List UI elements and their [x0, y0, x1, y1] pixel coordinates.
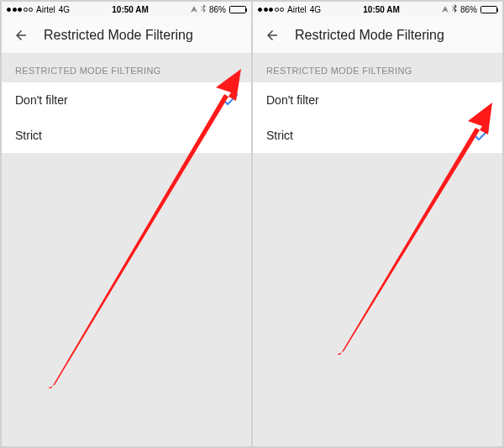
- status-bar-right: 86%: [191, 4, 246, 14]
- option-dont-filter[interactable]: Don't filter: [2, 82, 251, 118]
- bluetooth-icon: [452, 4, 457, 14]
- section-label: RESTRICTED MODE FILTERING: [2, 54, 251, 82]
- carrier-label: Airtel: [287, 5, 307, 14]
- battery-percent-label: 86%: [460, 5, 477, 14]
- status-bar-right: 86%: [442, 4, 497, 14]
- page-title: Restricted Mode Filtering: [295, 28, 444, 43]
- options-list: Don't filter Strict: [2, 82, 251, 153]
- battery-icon: [229, 6, 246, 13]
- phone-screen-left: Airtel 4G 10:50 AM 86% Restricted Mode F…: [2, 2, 251, 446]
- checkmark-icon: [223, 94, 238, 106]
- content-area: RESTRICTED MODE FILTERING Don't filter S…: [253, 54, 502, 446]
- clock-label: 10:50 AM: [363, 5, 400, 14]
- battery-percent-label: 86%: [209, 5, 226, 14]
- back-arrow-icon[interactable]: [13, 28, 29, 43]
- option-dont-filter[interactable]: Don't filter: [253, 82, 502, 118]
- battery-icon: [480, 6, 497, 13]
- status-bar: Airtel 4G 10:50 AM 86%: [253, 2, 502, 17]
- option-label: Don't filter: [15, 93, 68, 107]
- signal-strength-icon: [258, 8, 284, 12]
- location-icon: [442, 5, 449, 14]
- status-bar: Airtel 4G 10:50 AM 86%: [2, 2, 251, 17]
- page-title: Restricted Mode Filtering: [44, 28, 193, 43]
- option-label: Don't filter: [266, 93, 319, 107]
- option-label: Strict: [15, 129, 42, 142]
- back-arrow-icon[interactable]: [265, 28, 280, 43]
- section-label: RESTRICTED MODE FILTERING: [253, 54, 502, 82]
- page-header: Restricted Mode Filtering: [2, 17, 251, 54]
- network-label: 4G: [59, 5, 70, 14]
- signal-strength-icon: [7, 8, 33, 12]
- network-label: 4G: [310, 5, 321, 14]
- clock-label: 10:50 AM: [112, 5, 149, 14]
- status-bar-left: Airtel 4G: [7, 5, 70, 14]
- checkmark-icon: [474, 129, 489, 141]
- carrier-label: Airtel: [36, 5, 55, 14]
- option-strict[interactable]: Strict: [2, 118, 251, 153]
- options-list: Don't filter Strict: [253, 82, 502, 153]
- location-icon: [191, 5, 197, 14]
- bluetooth-icon: [201, 4, 206, 14]
- option-strict[interactable]: Strict: [253, 118, 502, 153]
- page-header: Restricted Mode Filtering: [253, 17, 502, 54]
- phone-screen-right: Airtel 4G 10:50 AM 86% Restricted Mode F…: [251, 2, 502, 446]
- comparison-container: Airtel 4G 10:50 AM 86% Restricted Mode F…: [0, 0, 504, 448]
- status-bar-left: Airtel 4G: [258, 5, 321, 14]
- content-area: RESTRICTED MODE FILTERING Don't filter S…: [2, 54, 251, 446]
- option-label: Strict: [266, 129, 293, 142]
